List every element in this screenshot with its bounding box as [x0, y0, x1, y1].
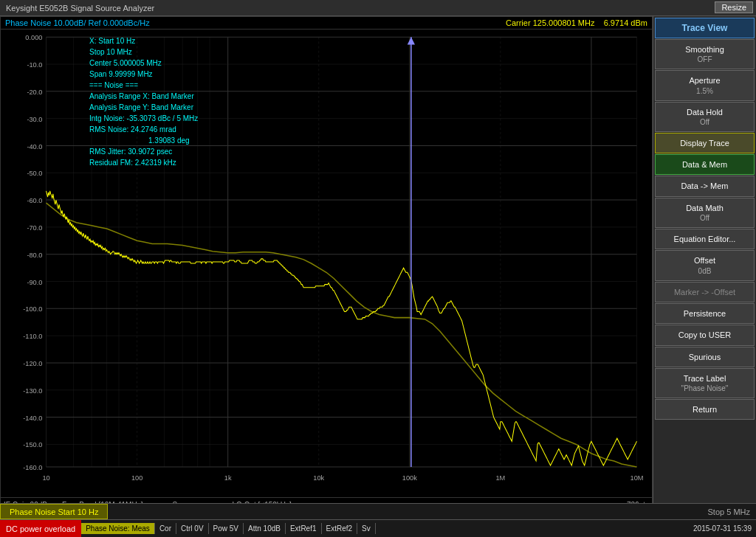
- copy-to-user-button[interactable]: Copy to USER: [655, 325, 755, 345]
- spurious-button[interactable]: Spurious: [655, 347, 755, 367]
- ctrl-status: Ctrl 0V: [176, 523, 209, 534]
- svg-text:0.000: 0.000: [25, 34, 42, 41]
- app-title: Keysight E5052B Signal Source Analyzer: [6, 4, 154, 13]
- svg-text:-160.0: -160.0: [23, 464, 42, 471]
- offset-button[interactable]: Offset 0dB: [655, 250, 755, 280]
- status-bar: DC power overload Phase Noise: Meas Cor …: [0, 519, 756, 537]
- datetime: 2015-07-31 15:39: [689, 523, 756, 534]
- svg-text:-120.0: -120.0: [23, 360, 42, 367]
- svg-text:-50.0: -50.0: [27, 170, 42, 177]
- persistence-button[interactable]: Persistence: [655, 303, 755, 324]
- phase-noise-status: Phase Noise: Meas: [81, 523, 155, 534]
- extref1-status: ExtRef1: [286, 523, 322, 534]
- carrier-info: Carrier 125.000801 MHz 6.9714 dBm: [506, 18, 647, 27]
- svg-text:1M: 1M: [495, 475, 505, 482]
- svg-text:-70.0: -70.0: [27, 224, 42, 232]
- svg-text:-110.0: -110.0: [23, 333, 42, 340]
- spur-label: Spur: [172, 501, 188, 503]
- attn-status: Attn 10dB: [244, 523, 286, 534]
- svg-rect-0: [1, 30, 652, 497]
- svg-text:-150.0: -150.0: [23, 442, 42, 449]
- pow-status: Pow 5V: [209, 523, 244, 534]
- svg-text:1k: 1k: [224, 475, 232, 482]
- svg-text:10k: 10k: [313, 475, 324, 482]
- svg-text:-40.0: -40.0: [27, 143, 42, 150]
- lo-opt-label: LO Opt [<150kHz]: [233, 501, 292, 503]
- pts-label: 736pts: [627, 501, 649, 503]
- dc-power-warning: DC power overload: [0, 520, 81, 537]
- svg-text:-90.0: -90.0: [27, 279, 42, 286]
- data-math-button[interactable]: Data Math Off: [655, 198, 755, 228]
- phase-noise-label: Phase Noise 10.00dB/ Ref 0.000dBc/Hz: [5, 18, 150, 27]
- svg-text:-60.0: -60.0: [27, 197, 42, 204]
- trace-label-button[interactable]: Trace Label "Phase Noise": [655, 368, 755, 398]
- smoothing-button[interactable]: Smoothing OFF: [655, 39, 755, 69]
- display-trace-button[interactable]: Display Trace: [655, 133, 755, 153]
- freq-band-label: Freq Band [10M-41MHz]: [62, 501, 143, 503]
- sv-status: Sv: [357, 523, 376, 534]
- trace-view-header: Trace View: [655, 18, 755, 38]
- aperture-button[interactable]: Aperture 1.5%: [655, 70, 755, 100]
- extref2-status: ExtRef2: [322, 523, 358, 534]
- status-items: Phase Noise: Meas Cor Ctrl 0V Pow 5V Att…: [81, 523, 756, 534]
- svg-text:-10.0: -10.0: [27, 61, 42, 69]
- stop-info: Stop 5 MHz: [708, 507, 750, 516]
- svg-text:-100.0: -100.0: [23, 305, 42, 313]
- svg-text:10: 10: [42, 475, 49, 482]
- data-hold-button[interactable]: Data Hold Off: [655, 102, 755, 132]
- bottom-info: Stop 5 MHz: [108, 507, 756, 516]
- data-to-mem-button[interactable]: Data -> Mem: [655, 176, 755, 196]
- if-gain-label: IF Gain 20dB: [4, 501, 47, 503]
- phase-noise-tab[interactable]: Phase Noise Start 10 Hz: [0, 504, 108, 519]
- data-mem-button[interactable]: Data & Mem: [655, 154, 755, 175]
- chart-svg: 0.000 -10.0 -20.0 -30.0 -40.0 -50.0 -60.…: [1, 30, 652, 497]
- bottom-tabs: Phase Noise Start 10 Hz Stop 5 MHz: [0, 503, 756, 519]
- svg-text:10M: 10M: [630, 475, 644, 482]
- svg-text:100: 100: [131, 475, 142, 482]
- right-panel: Trace View Smoothing OFF Aperture 1.5% D…: [653, 16, 756, 503]
- marker-offset-button[interactable]: Marker -> -Offset: [655, 282, 755, 302]
- svg-text:-80.0: -80.0: [27, 252, 42, 259]
- svg-text:-20.0: -20.0: [27, 89, 42, 96]
- svg-text:-140.0: -140.0: [23, 415, 42, 422]
- svg-text:-30.0: -30.0: [27, 116, 42, 123]
- svg-text:-130.0: -130.0: [23, 387, 42, 395]
- svg-text:100k: 100k: [402, 475, 417, 482]
- equation-editor-button[interactable]: Equation Editor...: [655, 229, 755, 249]
- resize-button[interactable]: Resize: [715, 1, 753, 13]
- cor-status: Cor: [155, 523, 176, 534]
- return-button[interactable]: Return: [655, 399, 755, 420]
